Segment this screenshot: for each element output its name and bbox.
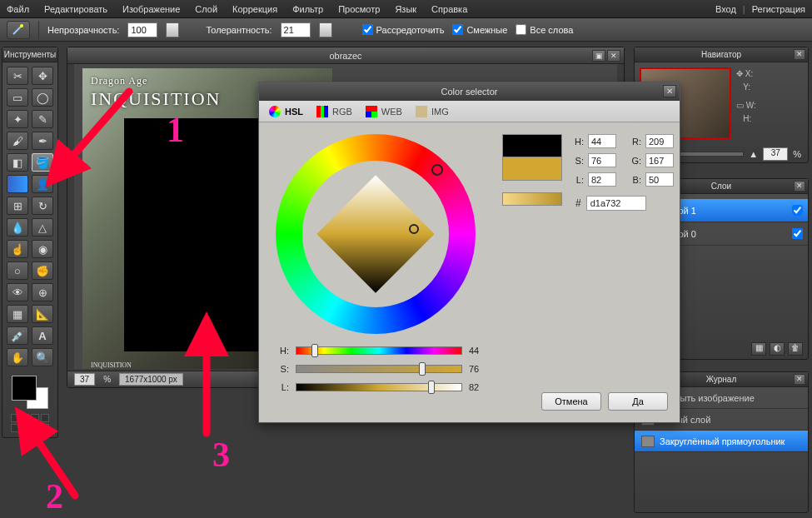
smudge-tool[interactable]: ☝ [7,240,28,258]
alllayers-checkbox[interactable] [516,24,526,35]
history-close-icon[interactable]: ✕ [794,374,805,385]
ok-button[interactable]: Да [608,392,668,411]
svg-point-1 [20,24,23,27]
foreground-color[interactable] [12,376,37,401]
b-label: B: [630,175,641,185]
hand-tool[interactable]: ✋ [7,348,28,366]
menu-filter[interactable]: Фильтр [292,4,323,14]
color-wheel[interactable] [276,134,476,334]
clone-tool[interactable]: 👤 [32,175,53,193]
pencil-tool[interactable]: ✎ [32,110,53,128]
b-input[interactable] [645,172,674,187]
new-layer-icon[interactable]: ▦ [751,342,766,356]
light-slider[interactable] [296,383,462,391]
hue-slider[interactable] [296,346,462,355]
navigator-title: Навигатор [701,50,741,59]
h-input[interactable] [588,134,616,148]
history-item[interactable]: Закруглённый прямоугольник [635,431,808,452]
navigator-close-icon[interactable]: ✕ [794,49,805,60]
layer-visibility-checkbox[interactable] [792,228,803,239]
r-input[interactable] [645,134,674,148]
l-input[interactable] [588,172,616,187]
brush-tool[interactable]: 🖌 [7,132,28,150]
tab-label: WEB [381,107,402,117]
annotation-3: 3 [212,436,230,474]
hex-input[interactable] [586,196,646,211]
old-color-swatch[interactable] [502,134,562,157]
tab-rgb[interactable]: RGB [316,103,352,120]
canvas-dimensions: 1677x1000 px [119,373,183,386]
opacity-spinner[interactable] [166,22,179,37]
new-color-swatch[interactable] [502,157,562,181]
tab-hsl[interactable]: HSL [269,103,303,120]
cancel-button[interactable]: Отмена [541,392,601,411]
dialog-close-icon[interactable]: ✕ [663,85,676,97]
pen-tool[interactable]: ✒ [32,132,53,150]
layer-visibility-checkbox[interactable] [792,205,803,216]
mini-palette[interactable] [11,414,49,432]
marquee-tool[interactable]: ▭ [7,88,28,107]
blur-tool[interactable]: 💧 [7,218,28,237]
hex-label: # [575,197,581,209]
wand-tool[interactable]: ✦ [7,110,28,128]
menu-edit[interactable]: Редактировать [44,4,107,14]
close-button[interactable]: ✕ [607,50,620,62]
tab-label: RGB [332,107,352,117]
tab-img[interactable]: IMG [416,103,449,120]
login-link[interactable]: Вход [715,4,736,14]
layers-close-icon[interactable]: ✕ [794,181,805,192]
tab-web[interactable]: WEB [366,103,402,120]
sl-handle[interactable] [409,224,419,234]
s-input[interactable] [588,153,616,167]
svg-line-3 [32,431,75,496]
layer-mask-icon[interactable]: ◐ [770,342,785,356]
nav-zoom-value[interactable]: 37 [763,147,788,161]
menu-language[interactable]: Язык [395,4,416,14]
antialias-checkbox[interactable] [362,24,373,35]
nav-y-label: Y: [743,82,750,92]
gradient-tool[interactable] [7,175,28,193]
type-tool[interactable]: A [32,326,53,345]
hue-handle[interactable] [431,164,443,176]
zoom-tool[interactable]: 🔍 [32,348,53,366]
tool-preset-icon[interactable] [7,21,30,39]
contiguous-checkbox[interactable] [452,24,463,35]
tolerance-input[interactable] [281,22,311,37]
menu-help[interactable]: Справка [431,4,467,14]
measure-tool[interactable]: 📐 [32,305,53,323]
move-tool[interactable]: ✥ [32,67,53,85]
menu-file[interactable]: Файл [7,4,29,14]
tolerance-spinner[interactable] [319,22,332,37]
g-input[interactable] [645,153,674,167]
zoom-in-icon[interactable]: ▲ [749,149,758,159]
zoom-value[interactable]: 37 [74,373,95,386]
lasso-tool[interactable]: ◯ [32,88,53,107]
burn-tool[interactable]: ✊ [32,261,53,280]
spot-tool[interactable]: ⊕ [32,283,53,301]
opacity-input[interactable] [127,22,157,37]
maximize-button[interactable]: ▣ [592,50,605,62]
sponge-tool[interactable]: ◉ [32,240,53,258]
menu-layer[interactable]: Слой [195,4,217,14]
color-swatches[interactable] [12,376,48,409]
dodge-tool[interactable]: ○ [7,261,28,280]
register-link[interactable]: Регистрация [752,4,805,14]
redeye-tool[interactable]: 👁 [7,283,28,301]
stamp-tool[interactable]: ⊞ [7,197,28,215]
menu-view[interactable]: Просмотр [338,4,380,14]
replace-tool[interactable]: ↻ [32,197,53,215]
eraser-tool[interactable]: ◧ [7,153,28,172]
web-icon [366,106,377,117]
eyedropper-tool[interactable]: 💉 [7,326,28,345]
sat-slider[interactable] [296,365,462,373]
sharpen-tool[interactable]: △ [32,218,53,237]
bucket-tool[interactable]: 🪣 [32,153,53,172]
gradient-swatch[interactable] [502,192,562,206]
g-label: G: [630,156,641,166]
nav-x-label: X: [745,69,753,78]
menu-adjust[interactable]: Коррекция [232,4,277,14]
delete-layer-icon[interactable]: 🗑 [788,342,803,356]
menu-image[interactable]: Изображение [122,4,180,14]
crop-tool[interactable]: ✂ [7,67,28,85]
shape-tool[interactable]: ▦ [7,305,28,323]
